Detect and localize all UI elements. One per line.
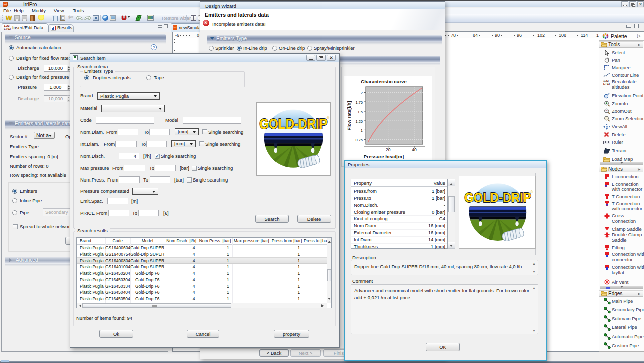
svg-text:40: 40 (412, 147, 417, 152)
svg-text:Pressure head[m]: Pressure head[m] (364, 154, 404, 159)
svg-text:1.75: 1.75 (355, 100, 363, 105)
svg-text:2: 2 (361, 91, 363, 95)
svg-text:1.5: 1.5 (358, 110, 363, 114)
svg-text:1.25: 1.25 (355, 119, 363, 124)
svg-text:1: 1 (361, 128, 363, 133)
svg-text:Characteristic curve: Characteristic curve (361, 79, 406, 84)
svg-text:Flow rate[l/h]: Flow rate[l/h] (346, 101, 352, 130)
svg-text:0.75: 0.75 (355, 138, 363, 142)
svg-text:20: 20 (386, 147, 391, 152)
